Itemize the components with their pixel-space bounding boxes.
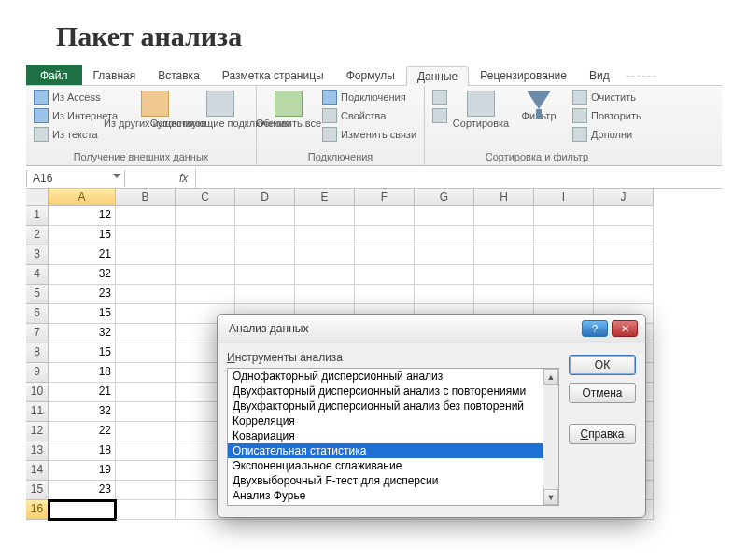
cell[interactable]: 23 <box>49 481 116 500</box>
existing-connections-button[interactable]: Существующие подключения <box>190 89 250 130</box>
cell[interactable]: 21 <box>49 383 116 402</box>
cell[interactable] <box>116 422 176 441</box>
cell[interactable] <box>355 285 415 304</box>
cell[interactable] <box>235 206 295 226</box>
cell[interactable] <box>116 324 176 343</box>
cell[interactable] <box>116 343 176 363</box>
sort-desc-button[interactable] <box>430 107 449 124</box>
cell[interactable] <box>116 206 176 226</box>
from-access-button[interactable]: Из Access <box>32 89 120 105</box>
cell[interactable] <box>594 245 654 265</box>
cell[interactable] <box>116 481 176 500</box>
cell[interactable]: 32 <box>49 402 116 422</box>
formula-input[interactable] <box>196 170 722 187</box>
cell[interactable] <box>116 441 176 461</box>
properties-button[interactable]: Свойства <box>320 107 418 124</box>
row-header[interactable]: 10 <box>26 383 49 402</box>
connections-button[interactable]: Подключения <box>320 89 418 105</box>
list-item[interactable]: Гистограмма <box>228 503 543 506</box>
cell[interactable]: 22 <box>49 422 116 441</box>
row-header[interactable]: 8 <box>26 343 49 363</box>
cell[interactable] <box>116 500 176 520</box>
refresh-all-button[interactable]: Обновить все <box>262 89 315 130</box>
tab-home[interactable]: Главная <box>82 65 148 85</box>
cell[interactable]: 15 <box>49 343 116 363</box>
row-header[interactable]: 5 <box>26 285 49 304</box>
cell[interactable] <box>474 285 534 304</box>
cell[interactable] <box>116 285 176 304</box>
col-header[interactable]: C <box>176 189 235 206</box>
cell[interactable] <box>534 206 594 226</box>
cell[interactable] <box>474 226 534 245</box>
list-item[interactable]: Анализ Фурье <box>228 488 543 503</box>
col-header[interactable]: H <box>474 189 534 206</box>
cell[interactable] <box>295 285 355 304</box>
tab-insert[interactable]: Вставка <box>147 65 211 85</box>
cell[interactable] <box>415 206 474 226</box>
tab-formulas[interactable]: Формулы <box>335 65 406 85</box>
cell[interactable] <box>594 265 654 285</box>
row-header[interactable]: 14 <box>26 461 49 481</box>
list-item[interactable]: Экспоненциальное сглаживание <box>228 458 543 473</box>
cancel-button[interactable]: Отмена <box>569 383 636 403</box>
edit-links-button[interactable]: Изменить связи <box>320 126 418 143</box>
cell[interactable]: 21 <box>49 245 116 265</box>
cell[interactable] <box>355 226 415 245</box>
cell[interactable] <box>355 206 415 226</box>
row-header[interactable]: 12 <box>26 422 49 441</box>
sort-asc-button[interactable] <box>430 89 449 105</box>
cell[interactable] <box>116 402 176 422</box>
cell[interactable] <box>176 226 235 245</box>
row-header[interactable]: 1 <box>26 206 49 226</box>
tab-file[interactable]: Файл <box>26 65 82 85</box>
filter-button[interactable]: Фильтр <box>513 89 565 122</box>
row-header[interactable]: 4 <box>26 265 49 285</box>
cell[interactable] <box>474 265 534 285</box>
reapply-button[interactable]: Повторить <box>571 107 643 124</box>
sort-button[interactable]: Сортировка <box>455 89 507 130</box>
row-header[interactable]: 6 <box>26 304 49 324</box>
clear-filter-button[interactable]: Очистить <box>571 89 643 105</box>
tools-listbox[interactable]: Однофакторный дисперсионный анализДвухфа… <box>227 368 559 506</box>
cell[interactable]: 19 <box>49 461 116 481</box>
cell[interactable]: 18 <box>49 441 116 461</box>
col-header[interactable]: E <box>295 189 355 206</box>
row-header[interactable]: 7 <box>26 324 49 343</box>
row-header[interactable]: 13 <box>26 441 49 461</box>
cell[interactable] <box>594 206 654 226</box>
tab-page-layout[interactable]: Разметка страницы <box>211 65 335 85</box>
cell[interactable] <box>295 206 355 226</box>
cell[interactable] <box>355 245 415 265</box>
row-header[interactable]: 3 <box>26 245 49 265</box>
cell[interactable] <box>534 265 594 285</box>
cell[interactable] <box>594 226 654 245</box>
cell[interactable] <box>415 226 474 245</box>
col-header[interactable]: B <box>116 189 176 206</box>
cell[interactable] <box>116 383 176 402</box>
cell[interactable]: 15 <box>49 226 116 245</box>
cell[interactable] <box>235 245 295 265</box>
cell[interactable] <box>474 245 534 265</box>
cell[interactable] <box>355 265 415 285</box>
cell[interactable] <box>116 363 176 383</box>
col-header[interactable]: G <box>415 189 474 206</box>
cell[interactable] <box>594 285 654 304</box>
list-item[interactable]: Однофакторный дисперсионный анализ <box>228 369 543 384</box>
cell[interactable] <box>235 285 295 304</box>
col-header[interactable]: J <box>594 189 654 206</box>
scroll-down-button[interactable]: ▼ <box>543 489 558 505</box>
cell[interactable] <box>534 245 594 265</box>
cell[interactable]: 18 <box>49 363 116 383</box>
select-all-corner[interactable] <box>26 189 49 206</box>
cell[interactable] <box>474 206 534 226</box>
cell[interactable] <box>176 245 235 265</box>
row-header[interactable]: 9 <box>26 363 49 383</box>
cell[interactable]: 12 <box>49 206 116 226</box>
list-item[interactable]: Корреляция <box>228 413 543 428</box>
dialog-close-button[interactable]: ✕ <box>612 320 638 337</box>
list-item[interactable]: Описательная статистика <box>228 443 543 458</box>
tab-view[interactable]: Вид <box>578 65 621 85</box>
cell[interactable] <box>49 500 116 520</box>
help-button[interactable]: Справка <box>569 424 636 444</box>
cell[interactable] <box>415 265 474 285</box>
